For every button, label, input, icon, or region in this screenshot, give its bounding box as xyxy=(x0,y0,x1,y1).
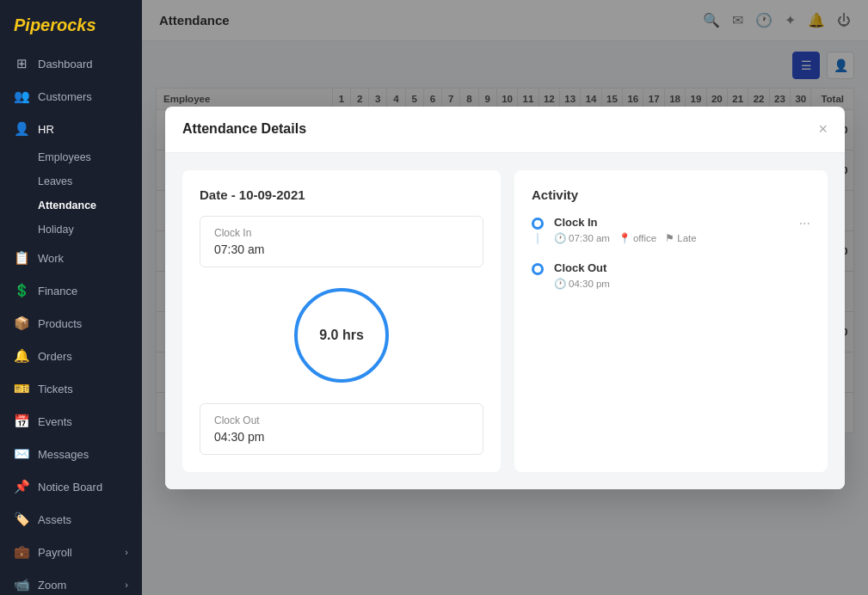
timeline-flag-in: ⚑ Late xyxy=(665,232,696,244)
flag-icon: ⚑ xyxy=(665,232,674,244)
sidebar-item-label-payroll: Payroll xyxy=(38,546,72,559)
clock-out-value: 04:30 pm xyxy=(214,430,469,444)
sidebar-item-payroll[interactable]: 💼 Payroll › xyxy=(0,536,142,568)
timeline-event-clock-out: Clock Out xyxy=(554,261,606,274)
modal-overlay: Attendance Details × Date - 10-09-2021 C… xyxy=(142,0,868,595)
clock-in-flag: Late xyxy=(677,233,696,243)
sidebar-item-label-tickets: Tickets xyxy=(38,383,73,396)
app-logo: Piperocks xyxy=(0,0,142,47)
sidebar-item-zoom[interactable]: 📹 Zoom › xyxy=(0,568,142,595)
sidebar: Piperocks ⊞ Dashboard 👥 Customers 👤 HR E… xyxy=(0,0,142,595)
sidebar-item-customers[interactable]: 👥 Customers xyxy=(0,80,142,113)
payroll-chevron: › xyxy=(125,547,128,557)
sidebar-item-events[interactable]: 📅 Events xyxy=(0,405,142,438)
sidebar-sub-label-holiday: Holiday xyxy=(38,224,74,236)
sidebar-item-label-finance: Finance xyxy=(38,285,77,298)
sidebar-item-notice-board[interactable]: 📌 Notice Board xyxy=(0,470,142,503)
sidebar-item-label-products: Products xyxy=(38,317,82,330)
events-icon: 📅 xyxy=(14,414,29,429)
orders-icon: 🔔 xyxy=(14,348,29,364)
modal-date: Date - 10-09-2021 xyxy=(200,187,305,202)
notice-board-icon: 📌 xyxy=(14,479,29,494)
sidebar-item-finance[interactable]: 💲 Finance xyxy=(0,274,142,307)
sidebar-sub-label-attendance: Attendance xyxy=(38,199,96,212)
timeline-content-out: Clock Out 🕐 04:30 pm xyxy=(554,261,810,290)
timeline-time-in: 🕐 07:30 am xyxy=(554,232,610,244)
finance-icon: 💲 xyxy=(14,283,29,298)
sidebar-item-label-messages: Messages xyxy=(38,448,89,461)
location-icon: 📍 xyxy=(619,232,631,244)
clock-out-time: 04:30 pm xyxy=(569,279,610,289)
timeline-content-in: Clock In ··· 🕐 07:30 am 📍 xyxy=(554,216,810,244)
timeline-row-in: Clock In ··· xyxy=(554,216,810,232)
clock-out-box: Clock Out 04:30 pm xyxy=(200,403,483,455)
sidebar-item-messages[interactable]: ✉️ Messages xyxy=(0,438,142,470)
sidebar-item-label-orders: Orders xyxy=(38,350,72,363)
timeline-dot-in xyxy=(532,218,544,230)
timeline-dot-out xyxy=(532,263,544,275)
messages-icon: ✉️ xyxy=(14,446,29,462)
timeline-line-in xyxy=(537,233,539,244)
activity-timeline: Clock In ··· 🕐 07:30 am 📍 xyxy=(532,216,810,290)
modal-body: Date - 10-09-2021 Clock In 07:30 am 9.0 … xyxy=(165,153,845,489)
sidebar-sub-item-employees[interactable]: Employees xyxy=(0,145,142,169)
timeline-meta-out: 🕐 04:30 pm xyxy=(554,278,810,290)
sidebar-item-label-notice-board: Notice Board xyxy=(38,481,102,494)
work-icon: 📋 xyxy=(14,250,29,266)
products-icon: 📦 xyxy=(14,316,29,331)
modal-header: Attendance Details × xyxy=(165,107,845,153)
hr-icon: 👤 xyxy=(14,121,29,137)
sidebar-item-orders[interactable]: 🔔 Orders xyxy=(0,340,142,372)
modal-right-panel: Activity Clock In ··· xyxy=(514,170,828,472)
customers-icon: 👥 xyxy=(14,89,29,104)
timeline-item-clock-out: Clock Out 🕐 04:30 pm xyxy=(532,261,810,290)
hours-circle: 9.0 hrs xyxy=(294,288,389,383)
modal-title: Attendance Details xyxy=(182,121,306,137)
timeline-item-clock-in: Clock In ··· 🕐 07:30 am 📍 xyxy=(532,216,810,261)
sidebar-item-tickets[interactable]: 🎫 Tickets xyxy=(0,372,142,405)
sidebar-item-label-hr: HR xyxy=(38,123,54,136)
sidebar-item-label-zoom: Zoom xyxy=(38,579,66,592)
sidebar-sub-item-attendance[interactable]: Attendance xyxy=(0,193,142,218)
activity-title: Activity xyxy=(532,187,810,202)
sidebar-sub-label-leaves: Leaves xyxy=(38,175,72,187)
timeline-event-clock-in: Clock In xyxy=(554,216,598,229)
dashboard-icon: ⊞ xyxy=(14,56,29,71)
modal-close-button[interactable]: × xyxy=(818,120,828,138)
timeline-location-in: 📍 office xyxy=(619,232,656,244)
main-content: Attendance 🔍 ✉ 🕐 ✦ 🔔 ⏻ ☰ 👤 Employee 1 2 … xyxy=(142,0,868,595)
zoom-icon: 📹 xyxy=(14,577,29,592)
sidebar-item-assets[interactable]: 🏷️ Assets xyxy=(0,503,142,536)
clock-in-box: Clock In 07:30 am xyxy=(200,216,483,267)
clock-out-label: Clock Out xyxy=(214,414,469,426)
assets-icon: 🏷️ xyxy=(14,512,29,527)
clock-small-icon: 🕐 xyxy=(554,232,566,244)
attendance-details-modal: Attendance Details × Date - 10-09-2021 C… xyxy=(165,107,845,489)
clock-in-value: 07:30 am xyxy=(214,242,469,256)
sidebar-item-label-dashboard: Dashboard xyxy=(38,58,93,71)
clock-in-time: 07:30 am xyxy=(569,233,610,243)
sidebar-sub-item-leaves[interactable]: Leaves xyxy=(0,169,142,193)
sidebar-item-label-assets: Assets xyxy=(38,513,71,526)
timeline-meta-in: 🕐 07:30 am 📍 office ⚑ xyxy=(554,232,810,244)
sidebar-item-label-customers: Customers xyxy=(38,90,92,103)
clock-small-icon-out: 🕐 xyxy=(554,278,566,290)
timeline-time-out: 🕐 04:30 pm xyxy=(554,278,610,290)
sidebar-item-hr[interactable]: 👤 HR xyxy=(0,113,142,145)
sidebar-item-label-events: Events xyxy=(38,415,72,428)
sidebar-item-label-work: Work xyxy=(38,252,64,265)
sidebar-item-work[interactable]: 📋 Work xyxy=(0,242,142,274)
clock-in-label: Clock In xyxy=(214,227,469,239)
timeline-more-button[interactable]: ··· xyxy=(799,216,810,231)
timeline-row-out: Clock Out xyxy=(554,261,810,278)
modal-left-panel: Date - 10-09-2021 Clock In 07:30 am 9.0 … xyxy=(182,170,501,472)
tickets-icon: 🎫 xyxy=(14,381,29,396)
zoom-chevron: › xyxy=(125,580,128,590)
sidebar-item-dashboard[interactable]: ⊞ Dashboard xyxy=(0,47,142,80)
sidebar-sub-label-employees: Employees xyxy=(38,151,91,163)
payroll-icon: 💼 xyxy=(14,544,29,560)
clock-in-location: office xyxy=(633,233,656,243)
sidebar-sub-item-holiday[interactable]: Holiday xyxy=(0,218,142,242)
sidebar-item-products[interactable]: 📦 Products xyxy=(0,307,142,340)
